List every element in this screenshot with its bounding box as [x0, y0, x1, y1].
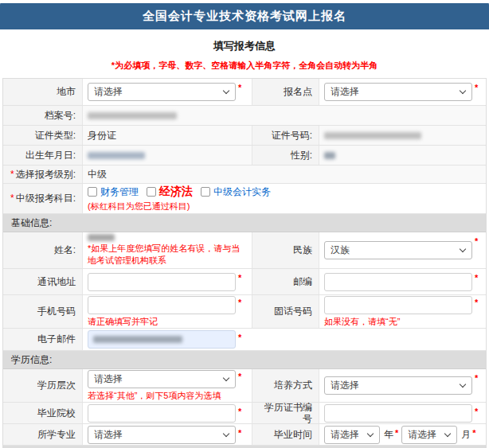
required-asterisk: * — [475, 83, 478, 92]
required-asterisk: * — [238, 83, 241, 92]
required-asterisk: * — [475, 236, 478, 246]
ethnicity-label: 民族 — [252, 232, 319, 268]
id-no-redacted-value — [324, 132, 421, 139]
checkbox-subject-finance[interactable] — [88, 187, 97, 197]
row-address-postcode: 通讯地址 * 邮编 * — [3, 269, 486, 295]
required-asterisk: * — [472, 428, 475, 438]
address-input[interactable] — [88, 273, 236, 291]
required-fields-note: *为必填项，字母、数字、空格请输入半角字符，全角会自动转为半角 — [0, 60, 489, 72]
required-asterisk: * — [10, 193, 14, 204]
grad-month-select[interactable]: 请选择 — [401, 426, 457, 444]
email-input[interactable] — [88, 330, 236, 349]
checkbox-subject-accounting-practice[interactable] — [201, 187, 210, 197]
row-exam-level: * 选择报考级别: 中级 — [3, 166, 486, 184]
cert-no-input[interactable] — [324, 404, 472, 423]
subject-finance-label: 财务管理 — [100, 185, 139, 199]
row-birth-gender: 出生年月日: 性别: — [3, 146, 486, 166]
grad-time-label: 毕业时间 — [252, 424, 319, 445]
archive-no-redacted-value — [88, 112, 177, 119]
row-city-site: 地市 请选择 * 报名点 请选择 * — [3, 79, 486, 106]
edu-level-select[interactable]: 请选择 — [88, 370, 236, 388]
checkbox-subject-economic-law[interactable] — [147, 187, 156, 197]
subject-economic-law-label: 经济法 — [159, 185, 193, 199]
registration-page: 全国会计专业技术资格考试网上报名 填写报考信息 *为必填项，字母、数字、空格请输… — [0, 0, 489, 448]
required-asterisk: * — [475, 273, 478, 282]
required-asterisk: * — [238, 273, 241, 282]
row-name-ethnicity: 姓名: *如果上年度您填写的姓名有误，请与当地考试管理机构联系 民族 汉族 * — [3, 232, 486, 269]
chevron-down-icon — [367, 430, 374, 436]
site-label: 报名点 — [252, 79, 319, 105]
row-edu-level-training: 学历层次 请选择 * 若选择“其他”，则下5项内容为选填 培养方式 请选择 — [3, 369, 486, 403]
mobile-input[interactable] — [88, 296, 236, 314]
row-school-certno: 毕业院校 * 学历证书编号 * — [3, 403, 486, 424]
registration-form: 地市 请选择 * 报名点 请选择 * 档案号: — [2, 78, 487, 448]
name-correction-note: *如果上年度您填写的姓名有误，请与当地考试管理机构联系 — [88, 243, 247, 267]
school-input[interactable] — [88, 404, 236, 423]
required-asterisk: * — [238, 372, 241, 381]
address-label: 通讯地址 — [3, 269, 83, 294]
chevron-down-icon — [223, 374, 229, 380]
row-email: 电子邮件 * — [3, 329, 486, 351]
city-label: 地市 — [3, 79, 83, 105]
ethnicity-select[interactable]: 汉族 — [324, 241, 472, 259]
landline-input[interactable] — [324, 296, 472, 314]
major-label: 所学专业 — [3, 424, 83, 445]
postcode-label: 邮编 — [252, 269, 319, 294]
required-asterisk: * — [395, 428, 398, 438]
grad-month-unit: 月 — [461, 428, 471, 442]
section-basic-info: 基础信息: — [3, 214, 486, 232]
required-asterisk: * — [475, 298, 478, 307]
exam-level-value: 中级 — [88, 168, 107, 181]
cert-no-label: 学历证书编号 — [252, 403, 319, 423]
exam-level-label: 选择报考级别: — [16, 169, 76, 180]
required-asterisk: * — [10, 169, 14, 180]
mobile-label: 手机号码 — [3, 295, 83, 328]
edu-level-note: 若选择“其他”，则下5项内容为选填 — [88, 390, 241, 402]
site-select[interactable]: 请选择 — [324, 83, 472, 101]
training-label: 培养方式 — [252, 369, 319, 402]
postcode-input[interactable] — [324, 273, 472, 291]
name-redacted-value — [88, 234, 115, 241]
email-label: 电子邮件 — [3, 329, 83, 350]
id-type-value: 身份证 — [88, 129, 116, 142]
subjects-label: 中级报考科目: — [16, 193, 76, 204]
edu-level-label: 学历层次 — [3, 369, 83, 402]
grad-year-unit: 年 — [384, 428, 393, 442]
email-redacted-value — [93, 336, 182, 343]
page-title: 填写报考信息 — [0, 39, 489, 53]
gender-label: 性别: — [252, 146, 319, 165]
grad-year-select[interactable]: 请选择 — [324, 426, 380, 444]
row-id-type-no: 证件类型: 身份证 证件号码: — [3, 126, 486, 146]
chevron-down-icon — [444, 430, 451, 436]
major-select[interactable]: 请选择 — [88, 426, 236, 444]
training-select[interactable]: 请选择 — [324, 376, 472, 395]
subjects-passed-note: (标红科目为您已通过科目) — [88, 201, 279, 212]
required-asterisk: * — [475, 373, 478, 383]
row-major-gradtime: 所学专业 请选择 * 毕业时间 请选择 年 * 请选择 — [3, 424, 486, 446]
birth-redacted-value — [88, 152, 145, 159]
mobile-note: 请正确填写并牢记 — [88, 316, 241, 328]
row-archive-no: 档案号: — [3, 106, 486, 126]
row-mobile-landline: 手机号码 * 请正确填写并牢记 固话号码 * 如果没有，请填“无 — [3, 295, 486, 329]
name-label: 姓名: — [3, 232, 83, 268]
id-no-label: 证件号码: — [252, 126, 319, 145]
chevron-down-icon — [460, 88, 466, 94]
city-select[interactable]: 请选择 — [88, 83, 236, 101]
chevron-down-icon — [460, 381, 466, 388]
required-asterisk: * — [238, 333, 241, 342]
chevron-down-icon — [460, 246, 466, 252]
required-asterisk: * — [238, 298, 241, 307]
app-title: 全国会计专业技术资格考试网上报名 — [143, 9, 346, 24]
landline-label: 固话号码 — [252, 295, 319, 328]
section-education-info: 学历信息: — [3, 351, 486, 369]
school-label: 毕业院校 — [3, 403, 83, 423]
chevron-down-icon — [223, 430, 229, 436]
birth-label: 出生年月日: — [3, 146, 83, 165]
chevron-down-icon — [223, 88, 229, 94]
row-exam-subjects: * 中级报考科目: 财务管理 经济法 — [3, 184, 486, 214]
header-bar: 全国会计专业技术资格考试网上报名 — [0, 3, 489, 29]
required-asterisk: * — [238, 428, 241, 438]
gender-redacted-value — [324, 152, 335, 159]
required-asterisk: * — [475, 407, 478, 416]
subject-accounting-practice-label: 中级会计实务 — [213, 185, 271, 199]
